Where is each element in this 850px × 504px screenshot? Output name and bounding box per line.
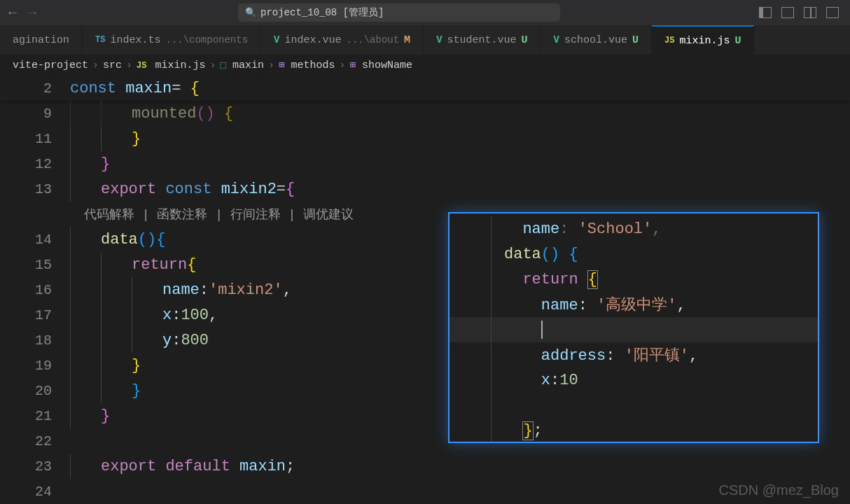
- peek-code-content: name: 'School',: [492, 220, 661, 238]
- peek-code-line[interactable]: [450, 317, 818, 342]
- layout-controls: [759, 7, 844, 18]
- untracked-indicator: U: [522, 34, 528, 46]
- code-content: name:'mixin2',: [70, 277, 292, 302]
- peek-code-line[interactable]: name: 'School',: [450, 216, 818, 241]
- toggle-secondary-icon[interactable]: [804, 7, 816, 18]
- editor-tabs: aginationTSindex.ts...\componentsVindex.…: [0, 25, 850, 55]
- peek-code-content: [492, 321, 543, 339]
- peek-code-line[interactable]: name: '高级中学',: [450, 292, 818, 317]
- code-line[interactable]: 13export const mixin2={: [0, 176, 850, 202]
- typescript-icon: TS: [95, 35, 105, 45]
- code-line[interactable]: 23export default maxin;: [0, 454, 850, 479]
- tab-path: ...\components: [165, 34, 248, 46]
- tab-label: school.vue: [564, 34, 627, 46]
- code-content: }: [70, 126, 141, 151]
- breadcrumb-item[interactable]: src: [103, 59, 122, 71]
- peek-code-line[interactable]: return {: [450, 267, 818, 292]
- line-number: 9: [0, 106, 70, 122]
- code-line[interactable]: 9mounted() {: [0, 101, 850, 126]
- peek-gutter: [450, 393, 492, 418]
- vue-icon: V: [436, 34, 442, 46]
- code-content: export default maxin;: [70, 454, 295, 479]
- sticky-scroll[interactable]: 2 const maxin= {: [0, 76, 850, 101]
- breadcrumb-item[interactable]: ⬚ maxin: [221, 59, 264, 71]
- line-number: 18: [0, 332, 70, 349]
- editor-area[interactable]: 2 const maxin= { 9mounted() {11}12}13exp…: [0, 76, 850, 504]
- breadcrumb-separator: ›: [92, 59, 99, 71]
- code-content: }: [70, 403, 110, 428]
- tab-label: index.ts: [110, 34, 160, 46]
- code-line[interactable]: 11}: [0, 126, 850, 151]
- peek-gutter: [450, 216, 492, 241]
- line-number: 14: [0, 232, 70, 248]
- untracked-indicator: U: [734, 35, 741, 47]
- code-content: mounted() {: [70, 101, 233, 126]
- variable-icon: ⬚: [221, 59, 226, 71]
- breadcrumb-item[interactable]: vite-project: [13, 59, 88, 71]
- tab-index-ts[interactable]: TSindex.ts...\components: [83, 25, 261, 55]
- tab-student-vue[interactable]: Vstudent.vueU: [424, 25, 541, 55]
- breadcrumb-item[interactable]: ⊞ showName: [349, 59, 412, 71]
- breadcrumb-item[interactable]: ⊞ methods: [279, 59, 335, 71]
- breadcrumb-separator: ›: [126, 59, 132, 71]
- tab-school-vue[interactable]: Vschool.vueU: [541, 25, 652, 55]
- search-text: project_10_08 [管理员]: [260, 6, 384, 19]
- back-arrow-icon[interactable]: ←: [8, 5, 17, 21]
- line-number: 12: [0, 156, 70, 172]
- peek-code-content: data() {: [492, 246, 578, 263]
- breadcrumb-separator: ›: [268, 59, 274, 71]
- tab-path: ...\about: [346, 34, 399, 46]
- tab-mixin-js[interactable]: JSmixin.jsU: [652, 25, 754, 55]
- line-number: 13: [0, 181, 70, 197]
- peek-gutter: [450, 241, 492, 267]
- peek-gutter: [450, 342, 492, 368]
- code-content: y:800: [70, 328, 209, 353]
- toggle-panel-icon[interactable]: [781, 7, 794, 18]
- titlebar: ← → 🔍 project_10_08 [管理员]: [0, 0, 850, 25]
- tab-label: student.vue: [447, 34, 517, 46]
- tab-label: mixin.js: [679, 35, 730, 47]
- peek-code-content: };: [492, 422, 543, 440]
- breadcrumb-item[interactable]: JS mixin.js: [137, 59, 205, 71]
- peek-gutter: [450, 267, 492, 292]
- peek-code-content: name: '高级中学',: [492, 294, 686, 315]
- code-content: export const mixin2={: [70, 176, 295, 202]
- code-line[interactable]: 12}: [0, 151, 850, 176]
- codelens: 代码解释 | 函数注释 | 行间注释 | 调优建议: [70, 206, 354, 223]
- peek-code-line[interactable]: address: '阳平镇',: [450, 342, 818, 368]
- breadcrumb-separator: ›: [339, 59, 345, 71]
- nav-arrows: ← →: [6, 5, 39, 21]
- search-icon: 🔍: [245, 7, 256, 18]
- peek-code-line[interactable]: };: [450, 418, 818, 443]
- toggle-sidebar-icon[interactable]: [759, 7, 772, 18]
- peek-code-line[interactable]: data() {: [450, 241, 818, 267]
- peek-view[interactable]: name: 'School',data() { return { name: '…: [448, 212, 819, 443]
- breadcrumb-separator: ›: [210, 59, 216, 71]
- line-number: 23: [0, 458, 70, 475]
- line-number: 20: [0, 383, 70, 399]
- tab-index-vue[interactable]: Vindex.vue...\aboutM: [261, 25, 424, 55]
- command-center[interactable]: 🔍 project_10_08 [管理员]: [238, 4, 560, 22]
- code-content: }: [70, 353, 141, 378]
- forward-arrow-icon[interactable]: →: [28, 5, 36, 21]
- peek-gutter: [450, 368, 492, 393]
- peek-gutter: [450, 292, 492, 317]
- code-content: x:100,: [70, 302, 218, 328]
- peek-gutter: [450, 317, 492, 342]
- code-line: const maxin= {: [70, 80, 200, 97]
- peek-code-line[interactable]: x:10: [450, 368, 818, 393]
- untracked-indicator: U: [632, 34, 639, 46]
- javascript-icon: JS: [664, 36, 674, 46]
- line-number: 24: [0, 484, 70, 500]
- peek-code-line[interactable]: [450, 393, 818, 418]
- line-number: 2: [0, 80, 70, 97]
- tab-label: index.vue: [284, 34, 341, 46]
- tab-agination[interactable]: agination: [0, 25, 83, 55]
- peek-code-content: address: '阳平镇',: [492, 344, 698, 365]
- breadcrumb[interactable]: vite-project›src›JS mixin.js›⬚ maxin›⊞ m…: [0, 55, 850, 76]
- peek-gutter: [450, 418, 492, 443]
- vue-icon: V: [554, 34, 559, 46]
- customize-layout-icon[interactable]: [826, 7, 839, 18]
- method-icon: ⊞: [279, 59, 284, 71]
- code-content: return{: [70, 252, 196, 277]
